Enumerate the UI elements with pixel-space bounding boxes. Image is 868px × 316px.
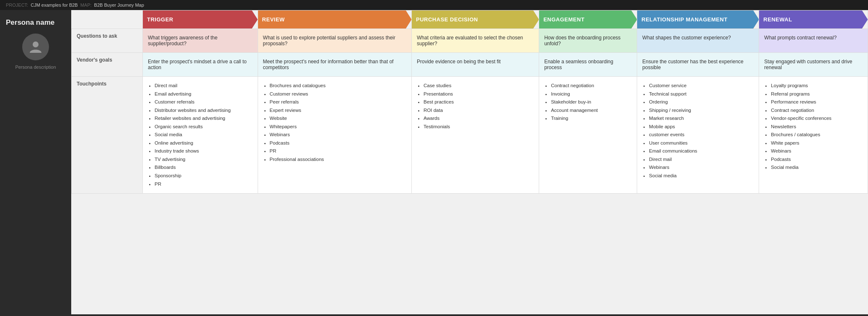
journey-table: TRIGGERREVIEWPURCHASE DECISIONENGAGEMENT… — [71, 10, 868, 194]
avatar — [22, 34, 49, 60]
list-item: Direct mail — [649, 155, 754, 164]
question-cell-relationship: What shapes the customer experience? — [637, 29, 759, 53]
touchpoints-cell-trigger: Direct mailEmail advertisingCustomer ref… — [143, 77, 258, 194]
list-item: Brochures and catalogues — [270, 82, 406, 90]
list-item: Email communications — [649, 147, 754, 155]
list-item: Contract negotiation — [551, 82, 632, 90]
phase-header-engagement: ENGAGEMENT — [539, 10, 637, 29]
list-item: Performance reviews — [771, 98, 863, 106]
list-item: Awards — [424, 114, 534, 123]
touchpoints-cell-review: Brochures and cataloguesCustomer reviews… — [258, 77, 411, 194]
list-item: Organic search results — [155, 123, 253, 131]
phase-header-renewal: RENEWAL — [759, 10, 868, 29]
question-cell-engagement: How does the onboarding process unfold? — [539, 29, 637, 53]
goal-cell-relationship: Ensure the customer has the best experie… — [637, 53, 759, 77]
list-item: Best practices — [424, 98, 534, 106]
list-item: Industry trade shows — [155, 147, 253, 155]
list-item: Mobile apps — [649, 123, 754, 131]
list-item: Retailer websites and advertising — [155, 114, 253, 123]
persona-name: Persona name — [6, 18, 54, 27]
list-item: Podcasts — [270, 139, 406, 148]
touchpoints-row: TouchpointsDirect mailEmail advertisingC… — [72, 77, 868, 194]
question-cell-review: What is used to explore potential suppli… — [258, 29, 411, 53]
phase-header-review: REVIEW — [258, 10, 411, 29]
list-item: Case studies — [424, 82, 534, 90]
question-cell-purchase: What criteria are evaluated to select th… — [412, 29, 539, 53]
list-item: Social media — [771, 163, 863, 172]
top-bar: PROJECT: CJM examples for B2B MAP: B2B B… — [0, 0, 868, 10]
touchpoints-cell-purchase: Case studiesPresentationsBest practicesR… — [412, 77, 539, 194]
list-item: Online advertising — [155, 139, 253, 148]
phase-header-relationship: RELATIONSHIP MANAGEMENT — [637, 10, 759, 29]
list-item: Vendor-specific conferences — [771, 114, 863, 123]
main-layout: Persona name Persona description TRIGGER… — [0, 10, 868, 314]
list-item: Customer service — [649, 82, 754, 90]
list-item: Shipping / receiving — [649, 106, 754, 115]
phase-header-trigger: TRIGGER — [143, 10, 258, 29]
project-label: PROJECT: — [6, 3, 28, 8]
list-item: Expert reviews — [270, 106, 406, 115]
touchpoints-cell-relationship: Customer serviceTechnical supportOrderin… — [637, 77, 759, 194]
question-cell-renewal: What prompts contract renewal? — [759, 29, 868, 53]
list-item: Social media — [649, 172, 754, 180]
list-item: Peer referrals — [270, 98, 406, 106]
list-item: Invoicing — [551, 90, 632, 98]
goals-label: Vendor's goals — [72, 53, 143, 77]
list-item: Contract negotiation — [771, 106, 863, 115]
phase-header-purchase: PURCHASE DECISION — [412, 10, 539, 29]
questions-label: Questions to ask — [72, 29, 143, 53]
touchpoints-cell-renewal: Loyalty programsReferral programsPerform… — [759, 77, 868, 194]
list-item: Referral programs — [771, 90, 863, 98]
list-item: Loyalty programs — [771, 82, 863, 90]
map-label: MAP: — [80, 3, 92, 8]
touchpoints-cell-engagement: Contract negotiationInvoicingStakeholder… — [539, 77, 637, 194]
list-item: Webinars — [771, 147, 863, 155]
journey-content[interactable]: TRIGGERREVIEWPURCHASE DECISIONENGAGEMENT… — [71, 10, 868, 314]
list-item: Webinars — [649, 163, 754, 172]
project-value: CJM examples for B2B — [31, 3, 78, 8]
list-item: Email advertising — [155, 90, 253, 98]
list-item: Technical support — [649, 90, 754, 98]
phase-header-row: TRIGGERREVIEWPURCHASE DECISIONENGAGEMENT… — [72, 10, 868, 29]
list-item: Professional associations — [270, 155, 406, 164]
list-item: customer events — [649, 131, 754, 139]
list-item: User communities — [649, 139, 754, 148]
goal-cell-review: Meet the prospect's need for information… — [258, 53, 411, 77]
list-item: Stakeholder buy-in — [551, 98, 632, 106]
list-item: Account management — [551, 106, 632, 115]
questions-row: Questions to askWhat triggers awareness … — [72, 29, 868, 53]
list-item: Customer reviews — [270, 90, 406, 98]
persona-description: Persona description — [15, 65, 56, 70]
svg-point-0 — [33, 41, 39, 47]
goal-cell-trigger: Enter the prospect's mindset a drive a c… — [143, 53, 258, 77]
list-item: TV advertising — [155, 155, 253, 164]
list-item: Brochures / catalogues — [771, 131, 863, 139]
goal-cell-purchase: Provide evidence on being the best fit — [412, 53, 539, 77]
list-item: Direct mail — [155, 82, 253, 90]
map-value: B2B Buyer Journey Map — [94, 3, 144, 8]
goal-cell-engagement: Enable a seamless onboarding process — [539, 53, 637, 77]
list-item: Podcasts — [771, 155, 863, 164]
list-item: Whitepapers — [270, 123, 406, 131]
list-item: White papers — [771, 139, 863, 148]
list-item: PR — [155, 180, 253, 189]
sidebar: Persona name Persona description — [0, 10, 71, 314]
person-icon — [28, 39, 43, 54]
list-item: Webinars — [270, 131, 406, 139]
question-cell-trigger: What triggers awareness of the supplier/… — [143, 29, 258, 53]
list-item: Social media — [155, 131, 253, 139]
list-item: Website — [270, 114, 406, 123]
list-item: ROI data — [424, 106, 534, 115]
list-item: Ordering — [649, 98, 754, 106]
goals-row: Vendor's goalsEnter the prospect's minds… — [72, 53, 868, 77]
list-item: Customer referrals — [155, 98, 253, 106]
touchpoints-label: Touchpoints — [72, 77, 143, 194]
list-item: Market research — [649, 114, 754, 123]
list-item: Billboards — [155, 163, 253, 172]
list-item: PR — [270, 147, 406, 155]
list-item: Testimonials — [424, 123, 534, 131]
goal-cell-renewal: Stay engaged with customers and drive re… — [759, 53, 868, 77]
list-item: Sponsorship — [155, 172, 253, 180]
list-item: Newsletters — [771, 123, 863, 131]
list-item: Distributor websites and advertising — [155, 106, 253, 115]
